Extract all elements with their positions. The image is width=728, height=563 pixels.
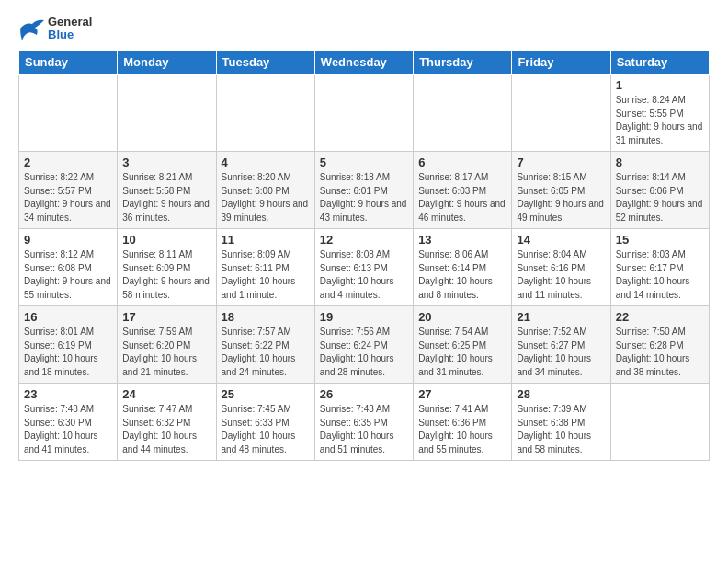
day-info: Sunrise: 7:39 AM Sunset: 6:38 PM Dayligh… xyxy=(517,403,605,456)
day-number: 22 xyxy=(616,310,704,324)
day-number: 21 xyxy=(517,310,605,324)
weekday-wednesday: Wednesday xyxy=(314,51,413,75)
calendar-cell: 18Sunrise: 7:57 AM Sunset: 6:22 PM Dayli… xyxy=(216,306,314,384)
weekday-saturday: Saturday xyxy=(610,51,709,75)
day-info: Sunrise: 7:57 AM Sunset: 6:22 PM Dayligh… xyxy=(222,326,310,379)
day-number: 28 xyxy=(517,387,605,401)
day-info: Sunrise: 8:20 AM Sunset: 6:00 PM Dayligh… xyxy=(222,171,310,224)
weekday-sunday: Sunday xyxy=(19,51,118,75)
week-row-4: 16Sunrise: 8:01 AM Sunset: 6:19 PM Dayli… xyxy=(19,306,710,384)
day-number: 19 xyxy=(320,310,408,324)
day-number: 13 xyxy=(418,233,506,247)
day-info: Sunrise: 7:48 AM Sunset: 6:30 PM Dayligh… xyxy=(24,403,112,456)
calendar-cell: 7Sunrise: 8:15 AM Sunset: 6:05 PM Daylig… xyxy=(512,152,610,229)
calendar-cell: 15Sunrise: 8:03 AM Sunset: 6:17 PM Dayli… xyxy=(610,229,709,306)
calendar-cell xyxy=(314,75,413,152)
calendar-cell xyxy=(118,75,216,152)
day-info: Sunrise: 7:59 AM Sunset: 6:20 PM Dayligh… xyxy=(122,326,210,379)
calendar-cell: 24Sunrise: 7:47 AM Sunset: 6:32 PM Dayli… xyxy=(118,384,216,461)
day-number: 27 xyxy=(418,387,506,401)
page: General Blue SundayMondayTuesdayWednesda… xyxy=(0,0,728,476)
day-info: Sunrise: 7:50 AM Sunset: 6:28 PM Dayligh… xyxy=(616,326,704,379)
day-info: Sunrise: 8:06 AM Sunset: 6:14 PM Dayligh… xyxy=(418,248,506,302)
day-info: Sunrise: 8:01 AM Sunset: 6:19 PM Dayligh… xyxy=(24,326,112,379)
day-number: 8 xyxy=(616,155,704,169)
logo-bird-icon xyxy=(18,15,46,42)
day-number: 7 xyxy=(517,155,605,169)
day-info: Sunrise: 8:17 AM Sunset: 6:03 PM Dayligh… xyxy=(418,171,506,224)
day-info: Sunrise: 8:22 AM Sunset: 5:57 PM Dayligh… xyxy=(24,171,112,224)
calendar-cell xyxy=(610,384,709,461)
week-row-3: 9Sunrise: 8:12 AM Sunset: 6:08 PM Daylig… xyxy=(19,229,710,306)
calendar-cell: 23Sunrise: 7:48 AM Sunset: 6:30 PM Dayli… xyxy=(19,384,118,461)
day-number: 17 xyxy=(122,310,210,324)
day-info: Sunrise: 8:15 AM Sunset: 6:05 PM Dayligh… xyxy=(517,171,605,224)
day-info: Sunrise: 8:18 AM Sunset: 6:01 PM Dayligh… xyxy=(320,171,408,224)
day-info: Sunrise: 8:08 AM Sunset: 6:13 PM Dayligh… xyxy=(320,248,408,302)
calendar-cell xyxy=(512,75,610,152)
calendar-cell: 13Sunrise: 8:06 AM Sunset: 6:14 PM Dayli… xyxy=(414,229,512,306)
calendar-cell: 20Sunrise: 7:54 AM Sunset: 6:25 PM Dayli… xyxy=(414,306,512,384)
day-number: 6 xyxy=(418,155,506,169)
calendar-cell: 22Sunrise: 7:50 AM Sunset: 6:28 PM Dayli… xyxy=(610,306,709,384)
day-number: 4 xyxy=(222,155,310,169)
calendar-cell: 17Sunrise: 7:59 AM Sunset: 6:20 PM Dayli… xyxy=(118,306,216,384)
day-info: Sunrise: 7:41 AM Sunset: 6:36 PM Dayligh… xyxy=(418,403,506,456)
logo: General Blue xyxy=(18,15,92,42)
day-number: 10 xyxy=(122,233,210,247)
day-info: Sunrise: 7:52 AM Sunset: 6:27 PM Dayligh… xyxy=(517,326,605,379)
day-info: Sunrise: 7:47 AM Sunset: 6:32 PM Dayligh… xyxy=(122,403,210,456)
calendar-cell xyxy=(216,75,314,152)
day-number: 15 xyxy=(616,233,704,247)
day-number: 3 xyxy=(122,155,210,169)
day-info: Sunrise: 8:14 AM Sunset: 6:06 PM Dayligh… xyxy=(616,171,704,224)
calendar-cell xyxy=(414,75,512,152)
calendar-cell: 6Sunrise: 8:17 AM Sunset: 6:03 PM Daylig… xyxy=(414,152,512,229)
day-number: 25 xyxy=(222,387,310,401)
weekday-monday: Monday xyxy=(118,51,216,75)
day-info: Sunrise: 8:03 AM Sunset: 6:17 PM Dayligh… xyxy=(616,248,704,302)
day-number: 26 xyxy=(320,387,408,401)
calendar-cell: 12Sunrise: 8:08 AM Sunset: 6:13 PM Dayli… xyxy=(314,229,413,306)
day-info: Sunrise: 8:24 AM Sunset: 5:55 PM Dayligh… xyxy=(616,94,704,147)
calendar-cell: 19Sunrise: 7:56 AM Sunset: 6:24 PM Dayli… xyxy=(314,306,413,384)
weekday-friday: Friday xyxy=(512,51,610,75)
day-info: Sunrise: 8:12 AM Sunset: 6:08 PM Dayligh… xyxy=(24,248,112,302)
day-number: 5 xyxy=(320,155,408,169)
day-info: Sunrise: 8:21 AM Sunset: 5:58 PM Dayligh… xyxy=(122,171,210,224)
day-number: 2 xyxy=(24,155,112,169)
weekday-thursday: Thursday xyxy=(414,51,512,75)
day-info: Sunrise: 7:54 AM Sunset: 6:25 PM Dayligh… xyxy=(418,326,506,379)
calendar-cell: 25Sunrise: 7:45 AM Sunset: 6:33 PM Dayli… xyxy=(216,384,314,461)
day-info: Sunrise: 7:45 AM Sunset: 6:33 PM Dayligh… xyxy=(222,403,310,456)
calendar-cell: 28Sunrise: 7:39 AM Sunset: 6:38 PM Dayli… xyxy=(512,384,610,461)
calendar-cell: 26Sunrise: 7:43 AM Sunset: 6:35 PM Dayli… xyxy=(314,384,413,461)
calendar-cell: 21Sunrise: 7:52 AM Sunset: 6:27 PM Dayli… xyxy=(512,306,610,384)
calendar-cell: 27Sunrise: 7:41 AM Sunset: 6:36 PM Dayli… xyxy=(414,384,512,461)
day-info: Sunrise: 7:43 AM Sunset: 6:35 PM Dayligh… xyxy=(320,403,408,456)
calendar-cell: 10Sunrise: 8:11 AM Sunset: 6:09 PM Dayli… xyxy=(118,229,216,306)
day-number: 23 xyxy=(24,387,112,401)
day-info: Sunrise: 7:56 AM Sunset: 6:24 PM Dayligh… xyxy=(320,326,408,379)
calendar-cell xyxy=(19,75,118,152)
calendar-cell: 8Sunrise: 8:14 AM Sunset: 6:06 PM Daylig… xyxy=(610,152,709,229)
day-number: 18 xyxy=(222,310,310,324)
calendar-table: SundayMondayTuesdayWednesdayThursdayFrid… xyxy=(18,50,710,461)
day-info: Sunrise: 8:11 AM Sunset: 6:09 PM Dayligh… xyxy=(122,248,210,302)
week-row-1: 1Sunrise: 8:24 AM Sunset: 5:55 PM Daylig… xyxy=(19,75,710,152)
day-info: Sunrise: 8:09 AM Sunset: 6:11 PM Dayligh… xyxy=(222,248,310,302)
day-number: 20 xyxy=(418,310,506,324)
calendar-cell: 2Sunrise: 8:22 AM Sunset: 5:57 PM Daylig… xyxy=(19,152,118,229)
calendar-cell: 1Sunrise: 8:24 AM Sunset: 5:55 PM Daylig… xyxy=(610,75,709,152)
day-number: 9 xyxy=(24,233,112,247)
day-info: Sunrise: 8:04 AM Sunset: 6:16 PM Dayligh… xyxy=(517,248,605,302)
calendar-cell: 11Sunrise: 8:09 AM Sunset: 6:11 PM Dayli… xyxy=(216,229,314,306)
day-number: 11 xyxy=(222,233,310,247)
header: General Blue xyxy=(18,15,710,42)
day-number: 14 xyxy=(517,233,605,247)
weekday-header-row: SundayMondayTuesdayWednesdayThursdayFrid… xyxy=(19,51,710,75)
calendar-cell: 3Sunrise: 8:21 AM Sunset: 5:58 PM Daylig… xyxy=(118,152,216,229)
day-number: 1 xyxy=(616,78,704,92)
logo-general-text: General xyxy=(48,16,92,29)
calendar-cell: 16Sunrise: 8:01 AM Sunset: 6:19 PM Dayli… xyxy=(19,306,118,384)
